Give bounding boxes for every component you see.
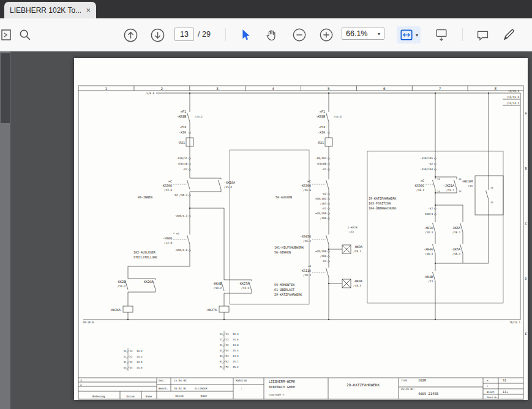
zoom-out-icon <box>292 28 307 42</box>
zoom-out-button[interactable] <box>291 27 307 43</box>
schematic-label: /14.2 <box>118 285 126 288</box>
left-scrollbar[interactable] <box>0 51 10 409</box>
schematic-label: -X10/4.6 <box>174 249 187 252</box>
schematic-label: 26.02.91 <box>174 387 187 390</box>
schematic-label: /18.1 <box>353 250 361 253</box>
schematic-label: -XK16A <box>224 181 235 184</box>
schematic-linework <box>83 93 520 320</box>
schematic-label: /18.3 <box>425 252 433 255</box>
select-arrow-icon <box>239 28 252 42</box>
schematic-label: 14.2 <box>137 350 143 353</box>
schematic-label: 103-POSITION <box>369 201 391 205</box>
schematic-label: /15.3 <box>334 115 342 118</box>
hand-tool-button[interactable] <box>263 27 279 43</box>
schematic-label: -KK2B <box>116 280 126 283</box>
schematic-label: 44 <box>226 349 229 352</box>
schematic-label: /18.3 <box>425 231 433 234</box>
schematic-label: 29-KATZFAHRWERK <box>347 383 380 387</box>
tab-close-icon[interactable]: × <box>86 6 91 14</box>
schematic-label: Maßstab <box>236 379 247 382</box>
schematic-label: = <box>487 379 489 382</box>
sidebar-toggle-button[interactable] <box>0 27 13 43</box>
schematic-label: 43 <box>220 349 223 352</box>
zoom-level-dropdown[interactable]: 66.1% ▾ <box>342 28 384 40</box>
document-area: 5/8.8(5/15.1(13/15.2(13/14.1=P1-KS1B/15.… <box>0 51 532 409</box>
schematic-label: =C0/108 <box>315 212 327 215</box>
schematic-label: 1 <box>105 86 108 91</box>
scrollbar-thumb[interactable] <box>1 53 10 123</box>
page-number-input[interactable]: 13 <box>174 28 194 41</box>
schematic-label: 21 <box>124 355 127 358</box>
schematic-label: 5 <box>328 86 330 91</box>
schematic-label: =C <box>168 179 172 183</box>
schematic-label: Gez. <box>159 379 165 382</box>
schematic-label: -XK1A <box>424 226 433 230</box>
schematic-label: 22 <box>226 338 229 341</box>
schematic-label: 32 <box>130 361 133 364</box>
page-count-label: / 29 <box>198 30 211 39</box>
pen-icon <box>501 28 516 42</box>
schematic-group-boxes <box>230 150 503 304</box>
schematic-label: 2 <box>160 86 163 91</box>
schematic-label: ELLINGER <box>195 387 208 390</box>
schematic-label: -KS1B <box>316 114 325 118</box>
schematic-label: 15 <box>490 201 493 204</box>
schematic-label: -KS1B <box>177 114 186 118</box>
document-tab[interactable]: LIEBHERR 102K To... × <box>4 2 96 18</box>
schematic-label: -X2 <box>428 162 433 165</box>
schematic-label: Bearb. <box>159 387 168 390</box>
schematic-label: /18.5 <box>452 252 460 255</box>
schematic-label: -X2 /10.3 <box>173 193 188 197</box>
next-page-button[interactable] <box>149 27 165 43</box>
schematic-label: -X2 <box>321 192 326 195</box>
schematic-label: -X20 <box>318 130 325 134</box>
schematic-label: /16.2 <box>416 189 424 192</box>
schematic-label: -X10/104 <box>420 168 433 171</box>
schematic-label: Blatt <box>487 391 495 394</box>
fit-page-button[interactable]: ▾ <box>397 26 421 43</box>
schematic-label: 3 <box>80 379 82 382</box>
chevron-down-icon: ▾ <box>416 32 418 38</box>
schematic-label: 101-HILFSHUBWERK <box>274 246 304 249</box>
zoom-in-icon <box>319 28 334 42</box>
zoom-in-button[interactable] <box>318 27 334 43</box>
schematic-label: 13 <box>490 186 493 189</box>
schematic-label: (5/15.1 <box>508 89 520 92</box>
schematic-label: 29-KATZFAHRWERK <box>369 197 396 200</box>
schematic-label: 22 <box>130 355 133 358</box>
schematic-label: /23 <box>428 280 433 283</box>
schematic-label: /16.2 <box>303 239 311 242</box>
previous-page-button[interactable] <box>122 27 138 43</box>
schematic-label: Copyright © <box>269 393 285 396</box>
schematic-label: 4005-2145B <box>418 392 439 396</box>
schematic-label: /18.2 <box>452 231 460 234</box>
page-down-icon <box>150 28 165 43</box>
schematic-label: 14.2 <box>137 355 143 358</box>
schematic-label: -X10/4 <box>423 212 433 216</box>
schematic-label: /13.2 <box>214 287 222 290</box>
schematic-label: 15.4 <box>233 349 239 352</box>
schematic-label: 8 <box>495 86 497 91</box>
schematic-label: =C <box>307 179 311 183</box>
scroll-mode-button[interactable] <box>433 27 449 43</box>
annotate-pen-button[interactable] <box>501 27 517 43</box>
schematic-label: 21 <box>220 338 223 341</box>
schematic-label: -HS6Q <box>163 236 172 240</box>
schematic-label: E <box>525 332 526 336</box>
schematic-label: -KK4B <box>424 275 433 279</box>
schematic-label: /23 <box>349 230 354 233</box>
comment-button[interactable] <box>474 27 490 43</box>
schematic-label: -X10/105 <box>420 157 433 160</box>
schematic-label: 56-SENKEN <box>274 250 291 254</box>
schematic-label: /13.5 <box>241 287 249 290</box>
schematic-label: /16.6 <box>303 189 311 192</box>
schematic-label: 15.2 <box>233 366 239 369</box>
search-button[interactable] <box>17 27 33 43</box>
schematic-label: 29-KATZFAHRWERK <box>274 293 302 296</box>
schematic-label: -X20 <box>179 130 186 134</box>
schematic-label: -KS30Q <box>300 184 311 187</box>
schematic-label: -KK26A <box>142 280 153 283</box>
schematic-label: 104-ÜBERWACHUNG <box>369 206 396 210</box>
select-tool-button[interactable] <box>238 27 253 43</box>
schematic-label: 14 <box>130 350 133 353</box>
